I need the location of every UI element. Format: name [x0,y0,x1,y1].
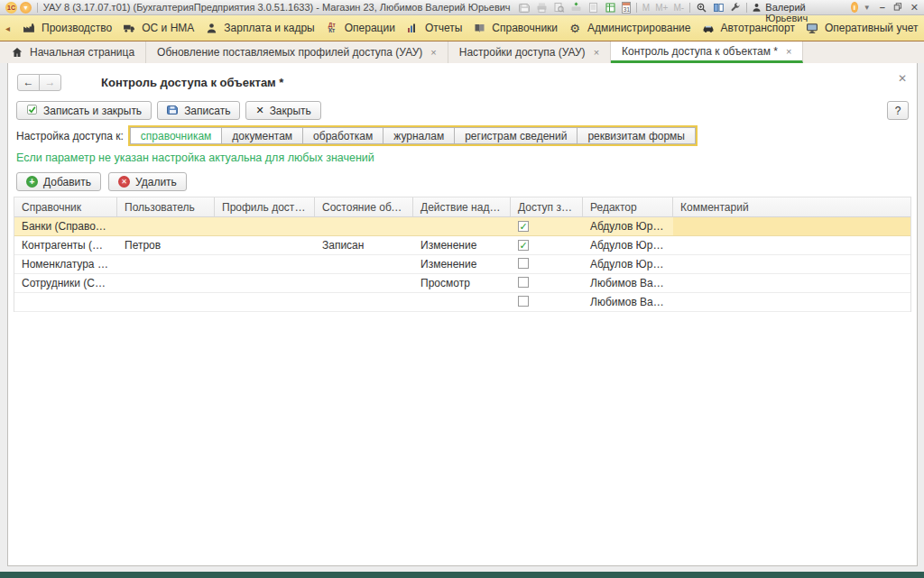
calendar-icon[interactable]: 31 [622,2,631,14]
cell-catalog[interactable]: Сотрудники (Спра... [14,274,117,292]
column-header[interactable]: Профиль доступа [215,197,315,216]
column-header[interactable]: Редактор [583,197,673,216]
memory-m-button[interactable]: M [642,3,650,13]
menu-item-catalogs[interactable]: Справочники [467,19,563,37]
tab-close-icon[interactable]: × [430,47,436,58]
cell-editor[interactable]: Абдулов Юрий В... [583,255,673,273]
cell-action[interactable] [413,293,511,311]
cell-profile[interactable] [215,236,315,254]
cell-editor[interactable]: Любимов Валери... [583,293,673,311]
column-header[interactable]: Действие над объек... [413,197,511,216]
cell-catalog[interactable] [14,293,117,311]
memory-m-minus-button[interactable]: M- [673,3,684,13]
cell-comment[interactable] [673,274,910,292]
add-session-icon[interactable] [570,1,582,14]
column-header[interactable]: Состояние объекта [315,197,413,216]
cell-action[interactable]: Просмотр [413,274,511,292]
column-header[interactable]: Справочник [14,197,117,216]
save-button[interactable]: Записать [157,101,240,120]
checkbox-checked-icon[interactable]: ✓ [518,240,529,251]
cell-access-closed[interactable] [511,255,583,273]
cell-comment[interactable] [673,236,910,254]
cell-action[interactable] [413,217,511,235]
cell-editor[interactable]: Любимов Валери... [583,274,673,292]
memory-m-plus-button[interactable]: M+ [655,3,668,13]
cell-comment[interactable] [673,255,910,273]
menu-item-administration[interactable]: ⚙ Администрирование [563,19,696,37]
table-row[interactable]: Сотрудники (Спра...ПросмотрЛюбимов Валер… [14,274,910,293]
cell-comment[interactable] [673,217,910,235]
table-row[interactable]: Любимов Валери... [14,293,910,312]
menu-item-operations[interactable]: ДтКт Операции [320,19,401,37]
delete-button[interactable]: ✕ Удалить [108,172,187,191]
cell-access-closed[interactable] [511,274,583,292]
cell-user[interactable]: Петров [117,236,215,254]
save-icon[interactable] [519,1,531,14]
column-header[interactable]: Доступ закрыт [511,197,583,216]
column-header[interactable]: Комментарий [673,197,910,216]
cell-catalog[interactable]: Контрагенты (Спр... [14,236,117,254]
cell-action[interactable]: Изменение [413,255,511,273]
access-filter-option[interactable]: журналам [383,127,455,144]
add-button[interactable]: + Добавить [16,172,101,191]
info-icon[interactable]: i [851,2,858,13]
checkbox-unchecked-icon[interactable] [518,296,529,307]
cell-user[interactable] [117,255,215,273]
cell-profile[interactable] [215,293,315,311]
cell-action[interactable]: Изменение [413,236,511,254]
cell-user[interactable] [117,293,215,311]
access-filter-option[interactable]: реквизитам формы [577,127,696,144]
minimize-icon[interactable]: – [880,2,885,13]
tab-home[interactable]: Начальная страница [0,41,146,63]
help-button[interactable]: ? [887,101,909,120]
access-filter-option[interactable]: регистрам сведений [454,127,578,144]
cell-state[interactable] [315,255,413,273]
cell-profile[interactable] [215,274,315,292]
table-row[interactable]: Банки (Справочник)✓Абдулов Юрий В... [14,217,910,236]
menu-item-production[interactable]: Производство [17,19,117,37]
menu-item-transport[interactable]: Автотранспорт [697,19,800,37]
checkbox-checked-icon[interactable]: ✓ [518,221,529,232]
cell-catalog[interactable]: Банки (Справочник) [14,217,117,235]
access-filter-option[interactable]: документам [221,127,303,144]
menu-item-operational[interactable]: Оперативный учет [800,19,923,37]
checkbox-unchecked-icon[interactable] [518,277,529,288]
settings-wrench-icon[interactable] [730,1,741,14]
collapse-menu-icon[interactable]: ◂ [5,23,10,33]
cell-access-closed[interactable] [511,293,583,311]
back-button[interactable]: ← [17,74,40,91]
app-menu-icon[interactable]: ▾ [20,2,32,14]
restore-icon[interactable] [893,2,902,13]
menu-item-reports[interactable]: Отчеты [401,19,467,37]
chevron-down-icon[interactable]: ▼ [864,4,871,12]
tab-access-settings[interactable]: Настройки доступа (УАУ) × [448,41,611,63]
form-close-icon[interactable]: ✕ [898,72,907,85]
cell-editor[interactable]: Абдулов Юрий В... [583,236,673,254]
cell-access-closed[interactable]: ✓ [511,217,583,235]
save-and-close-button[interactable]: Записать и закрыть [16,101,152,120]
calc-table-icon[interactable] [605,1,616,14]
access-filter-option[interactable]: обработкам [302,127,383,144]
zoom-icon[interactable] [696,1,707,14]
tab-update-profiles[interactable]: Обновление поставляемых профилей доступа… [146,41,448,63]
cell-user[interactable] [117,217,215,235]
tab-close-icon[interactable]: × [786,46,791,57]
cell-user[interactable] [117,274,215,292]
split-columns-icon[interactable] [713,1,725,14]
cell-profile[interactable] [215,217,315,235]
cell-state[interactable] [315,293,413,311]
menu-item-os-nma[interactable]: ОС и НМА [117,19,199,37]
document-icon[interactable] [587,1,599,14]
cell-editor[interactable]: Абдулов Юрий В... [583,217,673,235]
column-header[interactable]: Пользователь [117,197,215,216]
cell-state[interactable] [315,274,413,292]
cell-state[interactable] [315,217,413,235]
tab-object-access-control[interactable]: Контроль доступа к объектам * × [611,41,803,63]
print-icon[interactable] [536,1,548,14]
cell-access-closed[interactable]: ✓ [511,236,583,254]
table-row[interactable]: Контрагенты (Спр...ПетровЗаписанИзменени… [14,236,910,255]
print-preview-icon[interactable] [553,1,565,14]
cell-profile[interactable] [215,255,315,273]
cell-state[interactable]: Записан [315,236,413,254]
close-icon[interactable]: ✕ [910,2,919,14]
